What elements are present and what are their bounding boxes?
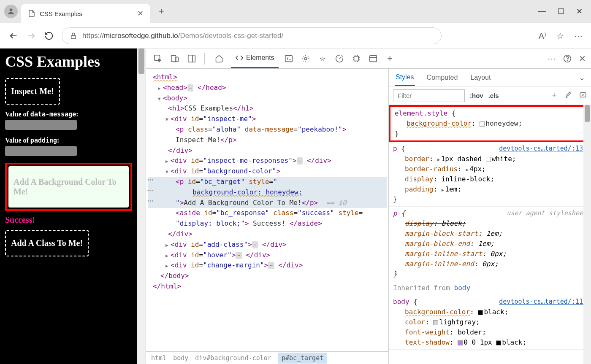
breadcrumb-html[interactable]: html — [151, 354, 166, 362]
cls-button[interactable]: .cls — [488, 92, 499, 99]
memory-icon[interactable] — [350, 52, 363, 65]
breadcrumb-p[interactable]: p#bc_target — [278, 353, 327, 364]
source-link[interactable]: devtools-cs…tarted/:133 — [499, 144, 587, 154]
refresh-button[interactable] — [44, 31, 54, 41]
paint-brush-icon[interactable] — [564, 91, 572, 100]
bc-target-box[interactable]: Add A Background Color To Me! — [8, 166, 129, 208]
minimize-button[interactable]: — — [538, 7, 546, 16]
address-bar-row: https://microsoftedge.github.io/Demos/de… — [0, 23, 591, 49]
maximize-button[interactable]: ☐ — [558, 7, 564, 16]
rendered-page-panel: CSS Examples Inspect Me! Value of data-m… — [0, 49, 146, 364]
styles-rules[interactable]: element.style { background-color: honeyd… — [389, 105, 591, 364]
new-tab-button[interactable]: + — [159, 6, 164, 17]
inspect-element-icon[interactable] — [151, 52, 165, 65]
svg-rect-13 — [354, 56, 358, 61]
tab-title: CSS Examples — [40, 10, 82, 17]
sources-icon[interactable] — [299, 52, 312, 65]
devtools-close-icon[interactable]: ✕ — [579, 54, 586, 64]
profile-avatar[interactable] — [4, 5, 18, 18]
page-icon — [28, 10, 35, 17]
svg-point-25 — [567, 60, 568, 61]
breadcrumb-div[interactable]: div#background-color — [195, 354, 271, 362]
more-tabs-icon[interactable]: + — [383, 52, 397, 65]
application-icon[interactable] — [366, 52, 380, 65]
data-message-input[interactable] — [5, 120, 77, 130]
address-bar[interactable]: https://microsoftedge.github.io/Demos/de… — [62, 27, 442, 44]
value-padding-label: Value of padding: — [5, 137, 132, 144]
tab-close-button[interactable]: ✕ — [137, 9, 144, 18]
svg-point-11 — [304, 57, 307, 60]
svg-rect-22 — [369, 55, 377, 62]
devtools-help-icon[interactable] — [563, 54, 572, 63]
computed-styles-icon[interactable] — [579, 91, 587, 100]
selected-dom-node[interactable]: <p id="bc_target" style=" — [148, 177, 387, 187]
url-text: https://microsoftedge.github.io/Demos/de… — [82, 32, 434, 40]
svg-line-12 — [339, 57, 342, 59]
svg-rect-7 — [188, 55, 195, 62]
devtools-panel: Elements + ⋯ ✕ <html> <head>⋯ </head> — [146, 49, 591, 364]
new-style-rule-icon[interactable]: + — [552, 91, 556, 100]
hov-button[interactable]: :hov — [470, 92, 483, 99]
styles-tab-computed[interactable]: Computed — [426, 70, 459, 86]
styles-scrollbar[interactable] — [583, 105, 591, 364]
page-scrollbar[interactable] — [137, 49, 146, 364]
read-aloud-button[interactable]: A⁾ — [539, 31, 546, 41]
elements-tab[interactable]: Elements — [231, 49, 279, 68]
browser-tab[interactable]: CSS Examples ✕ — [21, 4, 150, 23]
window-controls: — ☐ ✕ — [538, 7, 587, 16]
back-button[interactable] — [8, 31, 19, 41]
browser-tab-bar: CSS Examples ✕ + — ☐ ✕ — [0, 0, 591, 23]
devtools-toolbar: Elements + ⋯ ✕ — [146, 49, 591, 69]
svg-rect-9 — [285, 55, 292, 62]
page-heading: CSS Examples — [5, 54, 132, 70]
device-toggle-icon[interactable] — [168, 52, 182, 65]
svg-rect-3 — [71, 35, 76, 39]
svg-rect-4 — [155, 55, 160, 60]
svg-point-0 — [10, 8, 13, 11]
network-icon[interactable] — [316, 52, 329, 65]
close-window-button[interactable]: ✕ — [576, 7, 583, 16]
welcome-tab[interactable] — [211, 49, 228, 68]
styles-tabs: Styles Computed Layout ⌄ — [389, 69, 591, 86]
add-class-box[interactable]: Add A Class To Me! — [5, 230, 89, 256]
forward-button[interactable] — [26, 31, 36, 41]
performance-icon[interactable] — [333, 52, 346, 65]
padding-input[interactable] — [5, 146, 77, 156]
styles-toolbar: :hov .cls + — [389, 86, 591, 105]
highlighted-element: Add A Background Color To Me! — [5, 163, 132, 211]
console-icon[interactable] — [282, 52, 296, 65]
styles-tab-styles[interactable]: Styles — [395, 69, 415, 86]
elements-tree-panel: <html> <head>⋯ </head> <body> <h1>CSS Ex… — [146, 69, 388, 364]
lock-icon — [70, 32, 77, 40]
styles-tabs-more-icon[interactable]: ⌄ — [579, 73, 585, 82]
dom-tree[interactable]: <html> <head>⋯ </head> <body> <h1>CSS Ex… — [146, 69, 388, 351]
devtools-more-icon[interactable]: ⋯ — [548, 54, 556, 64]
favorite-button[interactable]: ☆ — [556, 31, 564, 41]
styles-filter-input[interactable] — [393, 89, 465, 102]
breadcrumb-body[interactable]: body — [173, 354, 188, 362]
dock-side-icon[interactable] — [185, 52, 198, 65]
success-text: Success! — [5, 215, 132, 225]
dom-breadcrumb: html body div#background-color p#bc_targ… — [146, 351, 388, 364]
svg-rect-26 — [580, 93, 586, 97]
source-link-body[interactable]: devtools-cs…tarted/:117 — [499, 297, 587, 307]
styles-panel: Styles Computed Layout ⌄ :hov .cls + — [388, 69, 591, 364]
inherited-from-label: Inherited from body — [389, 281, 591, 295]
styles-tab-layout[interactable]: Layout — [469, 70, 491, 86]
inspect-me-box[interactable]: Inspect Me! — [5, 78, 60, 105]
value-data-message-label: Value of data-message: — [5, 111, 132, 118]
more-button[interactable]: ⋯ — [574, 31, 583, 41]
